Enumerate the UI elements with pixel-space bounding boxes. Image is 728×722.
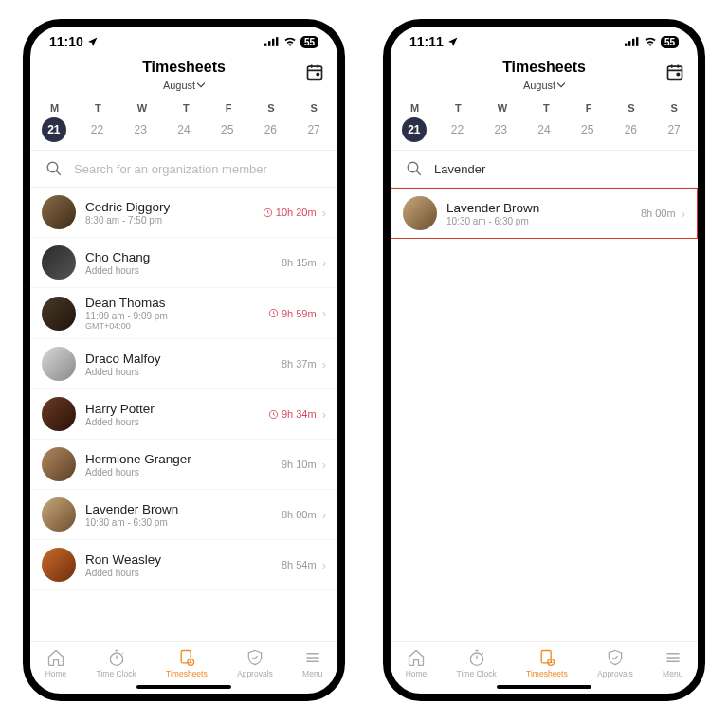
shield-check-icon	[246, 648, 264, 667]
date-21[interactable]: 21	[402, 117, 427, 142]
date-25[interactable]: 25	[575, 117, 600, 142]
date-23[interactable]: 23	[128, 117, 153, 142]
member-name: Dean Thomas	[85, 296, 259, 310]
svg-rect-2	[272, 39, 274, 46]
search-icon	[406, 160, 423, 177]
home-indicator[interactable]	[136, 685, 231, 689]
member-name: Draco Malfoy	[85, 352, 272, 366]
date-27[interactable]: 27	[662, 117, 686, 142]
stopwatch-icon	[467, 648, 486, 667]
shield-check-icon	[606, 648, 625, 667]
search-input[interactable]	[74, 162, 322, 176]
tab-timesheets[interactable]: Timesheets	[526, 648, 568, 678]
search-input[interactable]	[434, 162, 682, 176]
dates-row: 21 22 23 24 25 26 27	[391, 116, 698, 151]
svg-rect-13	[625, 44, 627, 46]
member-name: Ron Weasley	[85, 552, 272, 567]
svg-rect-4	[308, 66, 322, 79]
avatar	[42, 397, 76, 431]
member-row[interactable]: Lavender Brown10:30 am - 6:30 pm8h 00m›	[30, 490, 337, 540]
date-26[interactable]: 26	[618, 117, 643, 142]
home-indicator[interactable]	[497, 685, 592, 689]
member-row[interactable]: Ron WeasleyAdded hours8h 54m›	[30, 540, 337, 590]
calendar-icon[interactable]	[305, 63, 324, 81]
member-row[interactable]: Harry PotterAdded hours9h 34m›	[30, 389, 337, 440]
month-selector[interactable]: August	[523, 80, 565, 91]
member-row[interactable]: Cedric Diggory8:30 am - 7:50 pm10h 20m›	[30, 188, 337, 238]
svg-rect-3	[276, 37, 278, 46]
home-icon	[46, 648, 65, 667]
member-hours: 8h 54m	[282, 559, 317, 570]
chevron-right-icon: ›	[322, 407, 326, 422]
calendar-icon[interactable]	[665, 63, 684, 81]
chevron-right-icon: ›	[682, 207, 685, 221]
member-list[interactable]: Cedric Diggory8:30 am - 7:50 pm10h 20m›C…	[30, 188, 337, 641]
phone-right: 11:11 55 Timesheets August MTWTFSS 21 22…	[383, 19, 705, 701]
menu-icon	[664, 648, 682, 667]
date-22[interactable]: 22	[85, 117, 110, 142]
member-row[interactable]: Hermione GrangerAdded hours9h 10m›	[30, 440, 337, 490]
member-row[interactable]: Cho ChangAdded hours8h 15m›	[30, 238, 337, 288]
member-row[interactable]: Dean Thomas11:09 am - 9:09 pmGMT+04:009h…	[30, 288, 337, 339]
menu-icon	[303, 648, 322, 667]
date-21[interactable]: 21	[42, 117, 66, 142]
month-selector[interactable]: August	[163, 80, 205, 91]
member-hours: 8h 00m	[282, 509, 317, 520]
tab-menu[interactable]: Menu	[663, 648, 682, 678]
avatar	[42, 245, 76, 280]
date-27[interactable]: 27	[301, 117, 326, 142]
tab-home[interactable]: Home	[406, 648, 428, 678]
tab-bar: Home Time Clock Timesheets Approvals Men…	[30, 641, 337, 682]
member-name: Harry Potter	[85, 402, 259, 416]
chevron-right-icon: ›	[322, 206, 326, 220]
svg-rect-14	[628, 41, 630, 46]
member-hours: 10h 20m	[263, 207, 317, 218]
member-row[interactable]: Draco MalfoyAdded hours8h 37m›	[30, 339, 337, 389]
page-header: Timesheets August	[391, 53, 698, 97]
date-24[interactable]: 24	[532, 117, 556, 142]
tab-approvals[interactable]: Approvals	[597, 648, 633, 678]
tab-timeclock[interactable]: Time Clock	[457, 648, 497, 678]
date-26[interactable]: 26	[258, 117, 282, 142]
overtime-icon	[263, 208, 273, 218]
dates-row: 21 22 23 24 25 26 27	[30, 116, 337, 151]
cell-signal-icon	[264, 37, 280, 46]
tab-approvals[interactable]: Approvals	[237, 648, 273, 678]
status-time: 11:10	[49, 34, 83, 49]
battery-indicator: 55	[300, 36, 318, 48]
date-23[interactable]: 23	[488, 117, 513, 142]
date-24[interactable]: 24	[172, 117, 196, 142]
weekday-row: MTWTFSS	[30, 97, 337, 116]
search-row	[30, 151, 337, 188]
svg-rect-0	[264, 44, 266, 46]
avatar	[42, 447, 76, 481]
wifi-icon	[644, 37, 657, 46]
member-list[interactable]: Lavender Brown 10:30 am - 6:30 pm 8h 00m…	[391, 188, 698, 641]
page-title: Timesheets	[402, 59, 686, 76]
tab-menu[interactable]: Menu	[302, 648, 322, 678]
overtime-icon	[268, 308, 279, 318]
tab-timesheets[interactable]: Timesheets	[166, 648, 208, 678]
tab-home[interactable]: Home	[46, 648, 67, 678]
date-25[interactable]: 25	[215, 117, 240, 142]
member-hours: 8h 00m	[641, 208, 676, 219]
svg-point-18	[677, 73, 680, 76]
svg-rect-17	[668, 66, 682, 79]
chevron-right-icon: ›	[322, 508, 326, 522]
status-time: 11:11	[410, 34, 444, 49]
date-22[interactable]: 22	[446, 117, 470, 142]
chevron-right-icon: ›	[322, 357, 326, 371]
member-row[interactable]: Lavender Brown 10:30 am - 6:30 pm 8h 00m…	[391, 188, 698, 239]
member-hours: 9h 10m	[282, 459, 317, 470]
svg-rect-1	[268, 41, 270, 46]
tab-timeclock[interactable]: Time Clock	[97, 648, 136, 678]
member-hours: 9h 59m	[268, 308, 317, 319]
member-subtitle: 11:09 am - 9:09 pm	[85, 311, 259, 321]
stopwatch-icon	[107, 648, 126, 667]
avatar	[42, 347, 76, 381]
page-header: Timesheets August	[30, 53, 337, 97]
location-icon	[447, 36, 459, 47]
chevron-right-icon: ›	[322, 256, 326, 270]
avatar	[42, 297, 76, 331]
member-hours: 9h 34m	[268, 408, 317, 420]
